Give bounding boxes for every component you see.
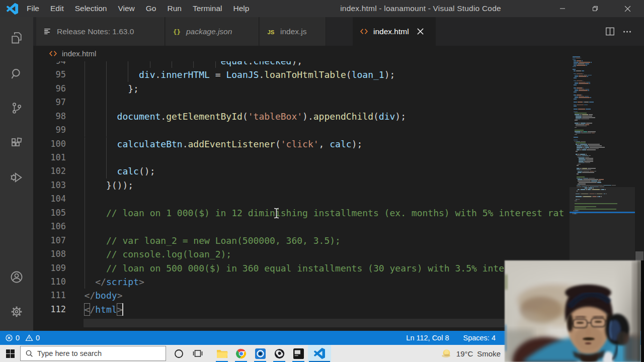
minimap-line-segment xyxy=(584,105,588,106)
menu-help[interactable]: Help xyxy=(228,0,255,17)
line-number: 104 xyxy=(33,192,66,206)
menu-view[interactable]: View xyxy=(112,0,140,17)
menu-go[interactable]: Go xyxy=(140,0,162,17)
accounts-icon[interactable] xyxy=(10,270,24,284)
minimap-line-segment xyxy=(589,178,595,179)
tab-release-notes-1-63-0[interactable]: Release Notes: 1.63.0 xyxy=(36,17,166,46)
minimap-line-segment xyxy=(597,194,602,195)
minimap-line-segment xyxy=(578,199,580,200)
indentation-status[interactable]: Spaces: 4 xyxy=(463,334,496,342)
file-explorer-button[interactable] xyxy=(212,345,231,362)
vscode-logo-icon xyxy=(7,3,18,15)
code-line-100: calculateBtn.addEventListener('click', c… xyxy=(85,137,363,151)
minimap-line-segment xyxy=(583,179,598,180)
minimap-line-segment xyxy=(579,182,597,183)
task-view-button[interactable] xyxy=(188,345,207,362)
minimap-line-segment xyxy=(582,114,588,115)
minimap-line-segment xyxy=(577,105,584,106)
minimap-line-segment xyxy=(594,171,596,172)
minimap-line-segment xyxy=(574,77,577,78)
minimap-line-segment xyxy=(583,148,587,149)
line-number: 99 xyxy=(33,123,66,137)
minimap-line-segment xyxy=(590,171,594,172)
media-app-button[interactable] xyxy=(289,345,308,362)
start-button[interactable] xyxy=(0,345,20,362)
search-icon[interactable] xyxy=(10,67,24,81)
taskbar-weather[interactable]: 19°C Smoke xyxy=(441,348,501,359)
minimap-line-segment xyxy=(581,58,581,59)
tab-index-js[interactable]: JSindex.js xyxy=(260,17,327,46)
menu-file[interactable]: File xyxy=(21,0,45,17)
minimap-line-segment xyxy=(582,172,594,173)
cortana-button[interactable] xyxy=(169,345,188,362)
minimap-line-segment xyxy=(573,213,574,214)
menu-edit[interactable]: Edit xyxy=(45,0,69,17)
obs-button[interactable] xyxy=(270,345,289,362)
tab-index-html[interactable]: index.html xyxy=(353,17,436,46)
code-line-110: </script> xyxy=(85,275,144,289)
warnings-icon xyxy=(25,334,33,342)
cortana-icon xyxy=(174,349,184,358)
minimap-line-segment xyxy=(578,171,583,172)
menu-selection[interactable]: Selection xyxy=(69,0,113,17)
horizontal-scrollbar[interactable] xyxy=(84,319,509,327)
minimap-line-segment xyxy=(597,182,601,183)
file-explorer-icon xyxy=(216,349,228,358)
minimap-line-segment xyxy=(586,189,587,190)
minimap-line-segment xyxy=(586,123,592,124)
run-and-debug-icon[interactable] xyxy=(10,170,24,185)
chrome-button[interactable] xyxy=(231,345,251,362)
code-line-104 xyxy=(85,192,106,206)
minimap-line-segment xyxy=(578,172,582,173)
line-number: 110 xyxy=(33,275,66,289)
minimap-line-segment xyxy=(603,194,603,195)
minimap-line-segment xyxy=(604,194,605,195)
webcam-overlay xyxy=(505,260,641,362)
minimap-line-segment xyxy=(574,84,577,85)
split-editor-icon[interactable] xyxy=(605,27,615,36)
menu-terminal[interactable]: Terminal xyxy=(187,0,228,17)
minimap-line-segment xyxy=(579,162,585,163)
minimap-line-segment xyxy=(581,123,586,124)
source-control-icon[interactable] xyxy=(10,102,24,115)
problems-status[interactable]: 0 0 xyxy=(5,334,40,342)
tab-package-json[interactable]: {}package.json xyxy=(166,17,260,46)
minimap-line-segment xyxy=(579,96,584,97)
minimap-line-segment xyxy=(575,83,578,84)
minimap-line-segment xyxy=(585,158,593,159)
minimap-line-segment xyxy=(583,102,584,103)
maximize-restore-button[interactable] xyxy=(579,0,611,17)
extensions-icon[interactable] xyxy=(10,137,24,150)
breadcrumb[interactable]: index.html xyxy=(33,46,644,61)
minimap-line-segment xyxy=(591,189,592,190)
minimap-line-segment xyxy=(576,133,581,134)
close-window-button[interactable] xyxy=(611,0,644,17)
minimap-line-segment xyxy=(574,65,576,66)
minimap-line-segment xyxy=(577,169,581,170)
minimap-line-segment xyxy=(589,155,591,156)
close-tab-icon[interactable] xyxy=(416,27,426,37)
minimap-line-segment xyxy=(581,131,583,132)
vscode-taskbar-button[interactable] xyxy=(308,345,331,362)
tab-label: index.html xyxy=(373,27,409,36)
minimap-line-segment xyxy=(577,173,579,174)
minimap-line-segment xyxy=(575,201,577,202)
minimize-button[interactable] xyxy=(546,0,579,17)
minimap-line-segment xyxy=(574,210,575,211)
minimap-line-segment xyxy=(574,63,577,64)
minimap-line-segment xyxy=(576,70,581,71)
minimap-line-segment xyxy=(574,140,578,141)
more-actions-icon[interactable] xyxy=(622,27,632,36)
minimap-line-segment xyxy=(590,194,595,195)
line-number: 109 xyxy=(33,261,66,276)
cursor-position-status[interactable]: Ln 112, Col 8 xyxy=(406,334,449,342)
explorer-icon[interactable] xyxy=(10,31,24,45)
taskbar-search-input[interactable]: Type here to search xyxy=(20,346,166,361)
menu-run[interactable]: Run xyxy=(162,0,187,17)
settings-gear-icon[interactable] xyxy=(10,305,24,319)
minimap-line-segment xyxy=(577,60,581,61)
minimap-line-segment xyxy=(576,58,580,59)
code-editor[interactable]: 9495969798991001011021031041051061071081… xyxy=(33,61,570,331)
screen-recorder-button[interactable] xyxy=(251,345,270,362)
minimap-line-segment xyxy=(581,194,588,195)
